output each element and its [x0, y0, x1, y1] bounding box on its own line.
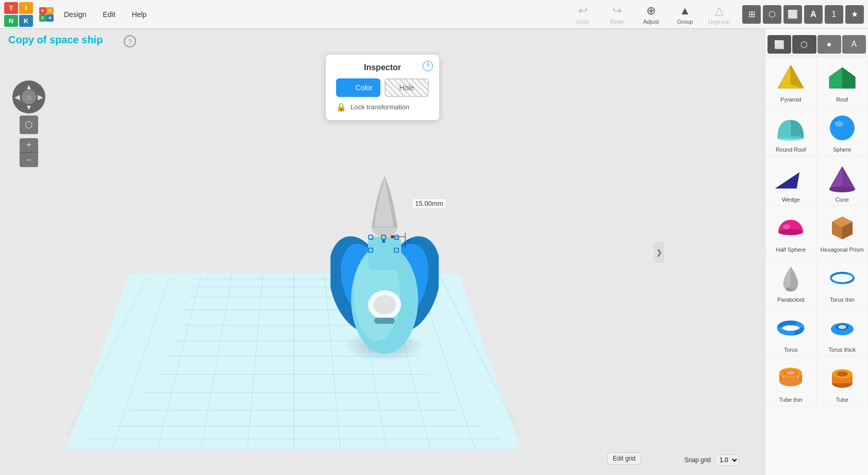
color-swatch [344, 84, 352, 92]
number-view-icon[interactable]: 1 [825, 5, 843, 24]
ungroup-icon: △ [715, 4, 724, 18]
torus-thick-preview [826, 312, 859, 345]
pyramid-preview [774, 61, 807, 94]
box-shape-btn[interactable]: ⬜ [767, 35, 791, 54]
wedge-preview [774, 161, 807, 194]
shape-torus-thin[interactable]: Torus thin [817, 256, 869, 306]
svg-rect-35 [374, 318, 395, 324]
undo-button[interactable]: ↩ Undo [570, 4, 596, 25]
snap-grid-label: Snap grid [685, 456, 711, 464]
svg-point-77 [786, 371, 795, 375]
lock-label: Lock transformation [350, 103, 409, 111]
help-button[interactable]: ? [124, 35, 136, 47]
cone-preview [826, 161, 859, 194]
redo-button[interactable]: ↪ Redo [604, 4, 630, 25]
torus-thin-label: Torus thin [830, 297, 855, 303]
rocket-model[interactable] [330, 135, 439, 372]
star-view-icon[interactable]: ★ [845, 5, 864, 24]
perspective-btn[interactable]: ⬡ [20, 116, 38, 134]
round-roof-label: Round Roof [776, 146, 806, 153]
hole-label: Hole [399, 84, 414, 92]
shape-tube-thin[interactable]: Tube thin [765, 356, 817, 406]
shape-torus[interactable]: Torus [765, 306, 817, 356]
svg-point-59 [778, 229, 803, 235]
snap-grid-control: Snap grid 0.5 1.0 2.0 5.0 [685, 454, 739, 466]
svg-point-34 [373, 295, 396, 315]
home-icon: ⌂ [27, 93, 31, 101]
wedge-label: Wedge [782, 196, 800, 203]
shape-round-roof[interactable]: Round Roof [765, 106, 817, 156]
round-roof-preview [774, 111, 807, 144]
box-view-icon[interactable]: ⬜ [783, 5, 802, 24]
cube-view-icon[interactable]: ⬡ [763, 5, 781, 24]
half-sphere-preview [774, 211, 807, 244]
logo-i: I [19, 2, 33, 14]
adjust-icon: ⊕ [646, 4, 656, 18]
ungroup-button[interactable]: △ Ungroup [706, 4, 732, 25]
svg-point-53 [835, 121, 843, 127]
shape-wedge[interactable]: Wedge [765, 156, 817, 206]
svg-point-39 [391, 235, 394, 238]
text-shape-btn[interactable]: A [842, 35, 866, 54]
svg-point-81 [837, 371, 848, 376]
shape-pyramid[interactable]: Pyramid [765, 56, 817, 106]
svg-point-60 [783, 224, 790, 230]
zoom-controls: + − [20, 138, 38, 167]
adjust-label: Adjust [643, 19, 659, 25]
shape-cone[interactable]: Cone [817, 156, 869, 206]
svg-point-52 [830, 116, 855, 140]
nav-control: ▲ ▼ ◀ ▶ ⌂ ⬡ + − [12, 80, 45, 167]
shape-paraboloid[interactable]: Paraboloid [765, 256, 817, 306]
sphere-shape-btn[interactable]: ● [817, 35, 841, 54]
inspector-help-btn[interactable]: ? [423, 61, 433, 71]
paraboloid-label: Paraboloid [777, 297, 805, 303]
tube-thin-label: Tube thin [779, 397, 803, 403]
group-icon: ▲ [679, 4, 691, 18]
adjust-button[interactable]: ⊕ Adjust [638, 4, 664, 25]
shape-sphere[interactable]: Sphere [817, 106, 869, 156]
logo-n: N [4, 15, 18, 27]
shape-torus-thick[interactable]: Torus thick [817, 306, 869, 356]
lock-icon: 🔒 [336, 102, 346, 112]
logo-e: E [39, 7, 46, 14]
home-btn[interactable]: ⌂ [22, 90, 36, 104]
color-label: Color [355, 84, 372, 92]
top-shapes-row: ⬜ ⬡ ● A [765, 33, 868, 56]
pan-control[interactable]: ▲ ▼ ◀ ▶ ⌂ [12, 80, 45, 113]
cone-label: Cone [836, 196, 849, 203]
viewport[interactable]: Copy of space ship ? ▲ ▼ ◀ ▶ ⌂ ⬡ + − [0, 29, 765, 475]
color-button[interactable]: Color [336, 78, 380, 97]
tube-thin-preview [774, 362, 807, 395]
perspective-icon: ⬡ [25, 119, 33, 130]
torus-label: Torus [784, 347, 798, 353]
edit-grid-button[interactable]: Edit grid [607, 452, 641, 465]
shape-half-sphere[interactable]: Half Sphere [765, 206, 817, 256]
snap-value-select[interactable]: 0.5 1.0 2.0 5.0 [715, 454, 739, 466]
text-view-icon[interactable]: A [804, 5, 823, 24]
half-sphere-label: Half Sphere [776, 247, 806, 253]
group-button[interactable]: ▲ Group [672, 4, 698, 25]
shape-roof[interactable]: Roof [817, 56, 869, 106]
right-sidebar: ⬜ ⬡ ● A Pyramid [765, 29, 868, 475]
view-icons: ⊞ ⬡ ⬜ A 1 ★ [742, 5, 864, 24]
shape-hex-prism[interactable]: Hexagonal Prism [817, 206, 869, 256]
sidebar-collapse-button[interactable]: ❯ [654, 242, 664, 263]
hole-button[interactable]: Hole [385, 78, 429, 97]
inspector-type-row: Color Hole [336, 78, 429, 97]
hex-prism-preview [826, 211, 859, 244]
paraboloid-preview [774, 261, 807, 294]
logo-t: T [4, 2, 18, 14]
zoom-out-button[interactable]: − [20, 153, 38, 167]
shape-tube[interactable]: Tube [817, 356, 869, 406]
logo-c: C [39, 14, 46, 22]
help-menu[interactable]: Help [125, 7, 154, 22]
cylinder-shape-btn[interactable]: ⬡ [792, 35, 816, 54]
nav-left-arrow: ◀ [14, 93, 20, 101]
zoom-in-button[interactable]: + [20, 138, 38, 153]
grid-view-icon[interactable]: ⊞ [742, 5, 761, 24]
logo-k: K [19, 15, 33, 27]
design-menu[interactable]: Design [57, 7, 94, 22]
svg-marker-48 [791, 65, 804, 88]
edit-menu[interactable]: Edit [96, 7, 123, 22]
main: Copy of space ship ? ▲ ▼ ◀ ▶ ⌂ ⬡ + − [0, 29, 868, 475]
